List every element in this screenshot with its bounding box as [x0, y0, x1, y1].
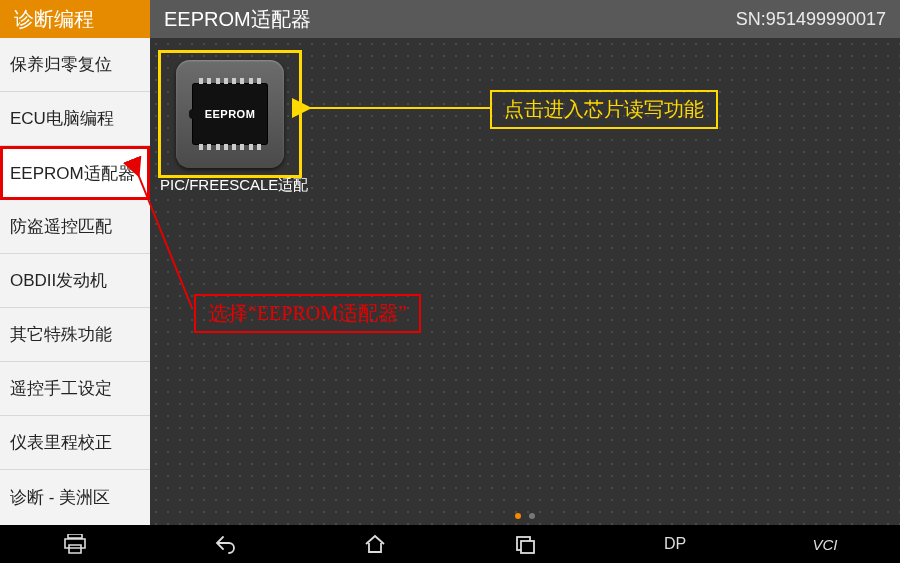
page-dot — [529, 513, 535, 519]
sidebar-item-label: ECU电脑编程 — [10, 107, 114, 130]
header-bar: 诊断编程 EEPROM适配器 SN:951499990017 — [0, 0, 900, 38]
printer-icon — [63, 534, 87, 554]
sidebar-item-remote-manual[interactable]: 遥控手工设定 — [0, 362, 150, 416]
sidebar-item-label: 防盗遥控匹配 — [10, 215, 112, 238]
arrow-yellow — [302, 98, 492, 118]
header-serial: SN:951499990017 — [736, 0, 900, 38]
nav-dp-button[interactable]: DP — [600, 535, 750, 553]
page-dot-active — [515, 513, 521, 519]
nav-vci-button[interactable]: VCI — [750, 536, 900, 553]
main-area: EEPROM PIC/FREESCALE适配 点击进入芯片读写功能 选择“EEP… — [150, 38, 900, 525]
app-icon-eeprom: EEPROM — [176, 60, 284, 168]
sidebar-item-immo-remote[interactable]: 防盗遥控匹配 — [0, 200, 150, 254]
recent-icon — [513, 534, 537, 554]
sidebar-item-label: EEPROM适配器 — [10, 162, 135, 185]
header-category: 诊断编程 — [0, 0, 150, 38]
sidebar-item-label: 遥控手工设定 — [10, 377, 112, 400]
chip-icon: EEPROM — [193, 84, 267, 144]
sidebar-item-label: OBDII发动机 — [10, 269, 107, 292]
sidebar-item-diagnosis-america[interactable]: 诊断 - 美洲区 — [0, 470, 150, 524]
chip-label: EEPROM — [205, 108, 256, 120]
nav-recent-button[interactable] — [450, 534, 600, 554]
app-cell-eeprom[interactable]: EEPROM PIC/FREESCALE适配 — [160, 54, 300, 195]
sidebar-item-maintenance-reset[interactable]: 保养归零复位 — [0, 38, 150, 92]
nav-dp-label: DP — [664, 535, 686, 553]
sidebar: 保养归零复位 ECU电脑编程 EEPROM适配器 防盗遥控匹配 OBDII发动机… — [0, 38, 150, 525]
nav-bar: DP VCI — [0, 525, 900, 563]
nav-home-button[interactable] — [300, 534, 450, 554]
sidebar-item-eeprom-adapter[interactable]: EEPROM适配器 — [0, 146, 150, 200]
svg-rect-3 — [521, 541, 534, 553]
nav-print-button[interactable] — [0, 534, 150, 554]
callout-yellow: 点击进入芯片读写功能 — [490, 90, 718, 129]
sidebar-item-label: 仪表里程校正 — [10, 431, 112, 454]
nav-back-button[interactable] — [150, 534, 300, 554]
app-icon-frame: EEPROM — [160, 54, 300, 174]
screen: 诊断编程 EEPROM适配器 SN:951499990017 保养归零复位 EC… — [0, 0, 900, 563]
sidebar-item-obdii-engine[interactable]: OBDII发动机 — [0, 254, 150, 308]
callout-red: 选择“EEPROM适配器” — [194, 294, 421, 333]
app-grid: EEPROM PIC/FREESCALE适配 — [160, 54, 300, 195]
sidebar-item-ecu-programming[interactable]: ECU电脑编程 — [0, 92, 150, 146]
header-title: EEPROM适配器 — [150, 0, 736, 38]
sidebar-item-label: 保养归零复位 — [10, 53, 112, 76]
home-icon — [363, 534, 387, 554]
back-icon — [213, 534, 237, 554]
sidebar-item-other-special[interactable]: 其它特殊功能 — [0, 308, 150, 362]
nav-vci-label: VCI — [812, 536, 837, 553]
sidebar-item-label: 其它特殊功能 — [10, 323, 112, 346]
page-dots — [150, 513, 900, 519]
sidebar-item-odometer-correction[interactable]: 仪表里程校正 — [0, 416, 150, 470]
body: 保养归零复位 ECU电脑编程 EEPROM适配器 防盗遥控匹配 OBDII发动机… — [0, 38, 900, 525]
sidebar-item-label: 诊断 - 美洲区 — [10, 486, 110, 509]
app-caption: PIC/FREESCALE适配 — [160, 176, 300, 195]
